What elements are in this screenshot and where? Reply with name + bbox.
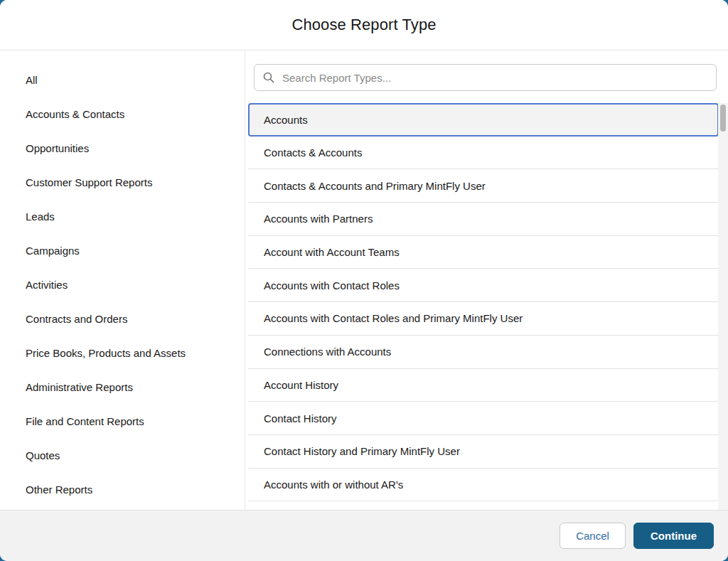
sidebar-item-label: Price Books, Products and Assets xyxy=(26,347,186,359)
report-type-list: Accounts Contacts & Accounts Contacts & … xyxy=(248,103,719,501)
list-item-label: Accounts with or without AR's xyxy=(264,479,403,491)
sidebar-item[interactable]: File and Content Reports xyxy=(0,404,245,438)
list-item-label: Contacts & Accounts and Primary MintFly … xyxy=(264,180,486,192)
sidebar-item-label: Quotes xyxy=(26,449,60,461)
list-item-label: Connections with Accounts xyxy=(264,346,391,358)
list-item[interactable]: Accounts with Contact Roles xyxy=(248,269,719,302)
list-item-label: Account History xyxy=(264,379,338,391)
list-item-label: Account with Account Teams xyxy=(264,246,400,258)
sidebar-item-label: Campaigns xyxy=(26,245,80,257)
sidebar-item[interactable]: Accounts & Contacts xyxy=(0,97,245,131)
cancel-button[interactable]: Cancel xyxy=(560,523,626,549)
list-item[interactable]: Account History xyxy=(248,369,719,402)
search-icon xyxy=(263,72,274,83)
list-item[interactable]: Accounts with or without AR's xyxy=(248,469,719,502)
list-item-label: Contact History xyxy=(264,412,337,424)
choose-report-type-dialog: Choose Report Type All Accounts & Contac… xyxy=(0,0,728,561)
list-item[interactable]: Account with Account Teams xyxy=(248,236,719,269)
search-input[interactable] xyxy=(281,71,707,85)
list-item[interactable]: Contact History xyxy=(248,402,719,435)
sidebar-item-label: Other Reports xyxy=(26,483,92,496)
scrollbar-track[interactable] xyxy=(718,103,728,510)
sidebar-item[interactable]: Campaigns xyxy=(0,233,245,267)
dialog-header: Choose Report Type xyxy=(0,0,728,50)
report-type-panel: Accounts Contacts & Accounts Contacts & … xyxy=(245,50,728,510)
list-item[interactable]: Accounts with Partners xyxy=(248,203,719,236)
sidebar-item-label: File and Content Reports xyxy=(26,415,144,427)
sidebar-item[interactable]: Customer Support Reports xyxy=(0,165,245,199)
sidebar-item-label: Opportunities xyxy=(26,142,89,154)
list-item[interactable]: Contacts & Accounts and Primary MintFly … xyxy=(248,169,719,203)
dialog-body: All Accounts & Contacts Opportunities Cu… xyxy=(0,50,728,510)
list-item-label: Accounts with Partners xyxy=(264,213,373,225)
report-category-sidebar: All Accounts & Contacts Opportunities Cu… xyxy=(0,50,245,510)
sidebar-item[interactable]: Price Books, Products and Assets xyxy=(0,336,245,370)
list-item-label: Accounts xyxy=(264,114,308,126)
sidebar-item[interactable]: Administrative Reports xyxy=(0,370,245,404)
list-item-label: Contact History and Primary MintFly User xyxy=(264,445,460,457)
search-box xyxy=(254,64,717,91)
list-item-label: Accounts with Contact Roles and Primary … xyxy=(264,312,523,324)
sidebar-item[interactable]: Leads xyxy=(0,199,245,233)
sidebar-item-label: Leads xyxy=(26,210,55,223)
sidebar-item[interactable]: Contracts and Orders xyxy=(0,301,245,336)
sidebar-item-label: Customer Support Reports xyxy=(26,176,152,188)
page-title: Choose Report Type xyxy=(291,16,436,34)
list-item[interactable]: Accounts with Contact Roles and Primary … xyxy=(248,302,719,336)
list-item-label: Contacts & Accounts xyxy=(264,146,362,159)
sidebar-item[interactable]: Opportunities xyxy=(0,131,245,165)
sidebar-item-label: Administrative Reports xyxy=(26,381,133,393)
sidebar-item-label: All xyxy=(26,74,38,86)
continue-button[interactable]: Continue xyxy=(633,523,714,549)
list-item[interactable]: Accounts xyxy=(248,103,719,137)
scrollbar-thumb[interactable] xyxy=(720,105,726,132)
list-item-partial[interactable] xyxy=(254,501,717,507)
list-item[interactable]: Contact History and Primary MintFly User xyxy=(248,435,719,469)
sidebar-item-label: Accounts & Contacts xyxy=(26,108,124,120)
list-item[interactable]: Contacts & Accounts xyxy=(248,137,719,170)
list-item[interactable]: Connections with Accounts xyxy=(248,336,719,369)
sidebar-item[interactable]: Activities xyxy=(0,267,245,301)
sidebar-item[interactable]: Quotes xyxy=(0,438,245,472)
list-item-label: Accounts with Contact Roles xyxy=(264,279,400,292)
sidebar-item-label: Activities xyxy=(26,279,68,291)
sidebar-item[interactable]: All xyxy=(0,63,245,97)
sidebar-item-label: Contracts and Orders xyxy=(26,313,127,325)
dialog-footer: Cancel Continue xyxy=(0,510,728,561)
sidebar-item[interactable]: Other Reports xyxy=(0,472,245,506)
